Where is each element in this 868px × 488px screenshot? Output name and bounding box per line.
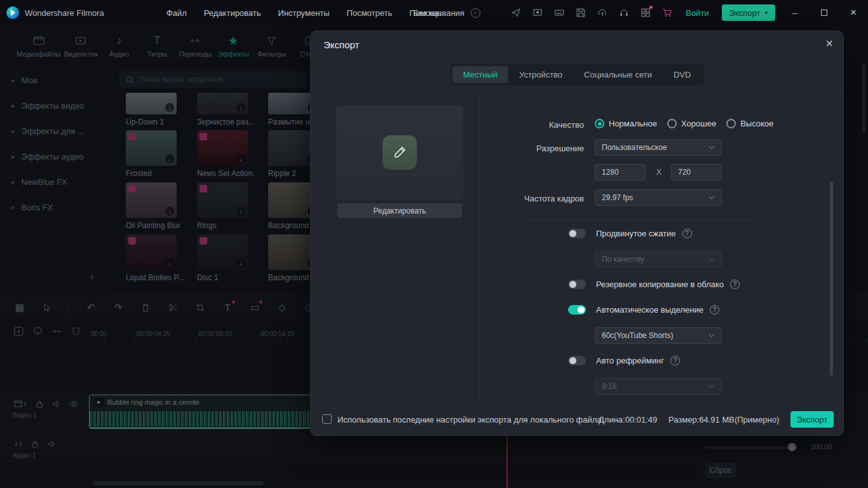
dialog-close-icon[interactable]: × [825, 36, 833, 51]
remember-settings-checkbox[interactable] [322, 414, 332, 424]
resolution-label: Разрешение [495, 144, 584, 153]
quality-good[interactable]: Хорошее [667, 119, 716, 128]
tab-device[interactable]: Устройство [508, 66, 573, 83]
compression-mode-dropdown: По качеству [595, 251, 722, 268]
notification-dot [649, 6, 653, 9]
titlebar-actions: Войти Экспорт ▾ – × [510, 0, 863, 25]
dropdown-value: 9:16 [602, 382, 616, 391]
dialog-vertical-divider [479, 96, 480, 406]
cloud-backup-row: Резервное копирование в облако ? [568, 280, 740, 289]
tab-local[interactable]: Местный [452, 66, 508, 83]
auto-reframe-row: Авто рефрейминг ? [568, 356, 680, 365]
toggle-label: Авто рефрейминг [596, 356, 664, 365]
auto-highlight-row: Автоматическое выделение ? [568, 305, 719, 315]
dropdown-value: 60c(YouTube Shorts) [602, 331, 674, 340]
project-title: Без названия ✓ [413, 8, 480, 18]
radio-label: Нормальное [609, 119, 657, 128]
menu-bar: Файл Редактировать Инструменты Посмотрет… [166, 8, 442, 18]
maximize-button[interactable] [815, 0, 834, 25]
chevron-down-icon [709, 196, 715, 200]
help-icon[interactable]: ? [710, 305, 719, 315]
apps-grid-icon[interactable] [640, 7, 651, 18]
toggle-knob [569, 230, 576, 237]
chevron-down-icon [709, 334, 715, 337]
framerate-label: Частота кадров [495, 194, 584, 203]
minimize-button[interactable]: – [785, 0, 804, 25]
radio-icon[interactable] [667, 119, 677, 128]
advanced-compression-row: Продвинутое сжатие ? [568, 229, 692, 238]
radio-label: Высокое [740, 119, 773, 128]
export-size: Размер:64.91 MB(Примерно) [668, 415, 779, 424]
screen-record-icon[interactable] [532, 7, 543, 18]
auto-reframe-dropdown: 9:16 [595, 378, 722, 395]
chevron-down-icon [709, 146, 715, 149]
login-button[interactable]: Войти [686, 8, 709, 18]
quality-normal[interactable]: Нормальное [595, 119, 657, 128]
export-dialog: Экспорт × Местный Устройство Социальные … [310, 30, 844, 436]
dialog-scrollbar[interactable] [830, 182, 833, 376]
settings-divider [522, 220, 757, 220]
toggle-knob [569, 281, 576, 288]
framerate-dropdown[interactable]: 29.97 fps [595, 189, 722, 206]
menu-file[interactable]: Файл [166, 8, 187, 18]
toggle-label: Продвинутое сжатие [596, 229, 676, 238]
auto-highlight-dropdown[interactable]: 60c(YouTube Shorts) [595, 327, 722, 344]
app-name: Wondershare Filmora [25, 8, 104, 18]
export-dialog-tabs: Местный Устройство Социальные сети DVD [451, 64, 704, 85]
export-duration: Длина:00:01:49 [599, 415, 657, 424]
close-button[interactable]: × [844, 0, 863, 25]
help-icon[interactable]: ? [730, 280, 740, 289]
quality-high[interactable]: Высокое [726, 119, 773, 128]
cloud-backup-toggle[interactable] [568, 280, 586, 289]
dialog-title: Экспорт [323, 39, 359, 50]
project-name: Без названия [413, 8, 465, 18]
tab-dvd[interactable]: DVD [663, 66, 702, 83]
remember-settings-label: Использовать последние настройки экспорт… [337, 415, 601, 424]
tab-social[interactable]: Социальные сети [573, 66, 663, 83]
chevron-down-icon [709, 384, 715, 388]
quality-label: Качество [495, 120, 584, 130]
keyboard-shortcuts-icon[interactable] [553, 7, 565, 18]
edit-button[interactable]: Редактировать [337, 203, 462, 218]
resolution-x-separator: X [654, 168, 664, 177]
dialog-header-divider [311, 90, 843, 90]
export-preview [336, 105, 463, 200]
menu-tools[interactable]: Инструменты [278, 8, 330, 18]
height-input[interactable] [671, 164, 722, 180]
cart-icon[interactable] [661, 7, 673, 18]
chevron-down-icon [709, 257, 715, 261]
titlebar: Wondershare Filmora Файл Редактировать И… [0, 0, 868, 25]
toggle-label: Резервное копирование в облако [596, 280, 724, 289]
advanced-compression-toggle[interactable] [568, 229, 586, 238]
dropdown-value: По качеству [602, 255, 644, 264]
support-headset-icon[interactable] [618, 7, 630, 18]
radio-label: Хорошее [681, 119, 716, 128]
menu-view[interactable]: Посмотреть [347, 8, 393, 18]
dropdown-value: Пользовательское [602, 143, 667, 152]
toggle-knob [569, 357, 576, 364]
radio-icon[interactable] [726, 119, 736, 128]
dropdown-value: 29.97 fps [602, 193, 633, 202]
radio-selected-icon[interactable] [595, 119, 604, 128]
maximize-icon [821, 10, 827, 16]
menu-edit[interactable]: Редактировать [204, 8, 261, 18]
app-logo-icon [6, 6, 19, 19]
export-confirm-button[interactable]: Экспорт [790, 411, 834, 428]
quality-options: Нормальное Хорошее Высокое [595, 119, 773, 128]
cloud-upload-icon[interactable] [597, 7, 608, 18]
chevron-down-icon: ▾ [764, 10, 768, 16]
help-icon[interactable]: ? [682, 229, 692, 238]
titlebar-export-button[interactable]: Экспорт ▾ [722, 4, 775, 21]
help-icon[interactable]: ? [670, 356, 680, 365]
sync-status-icon: ✓ [471, 8, 480, 18]
toggle-label: Автоматическое выделение [596, 305, 703, 315]
save-icon[interactable] [575, 7, 587, 18]
auto-highlight-toggle[interactable] [568, 305, 586, 315]
edit-thumbnail-icon[interactable] [383, 135, 417, 170]
auto-reframe-toggle[interactable] [568, 356, 586, 365]
toggle-knob [578, 306, 585, 313]
share-icon[interactable] [510, 7, 522, 18]
resolution-dropdown[interactable]: Пользовательское [595, 139, 722, 156]
width-input[interactable] [595, 164, 646, 180]
titlebar-export-label: Экспорт [729, 8, 761, 18]
